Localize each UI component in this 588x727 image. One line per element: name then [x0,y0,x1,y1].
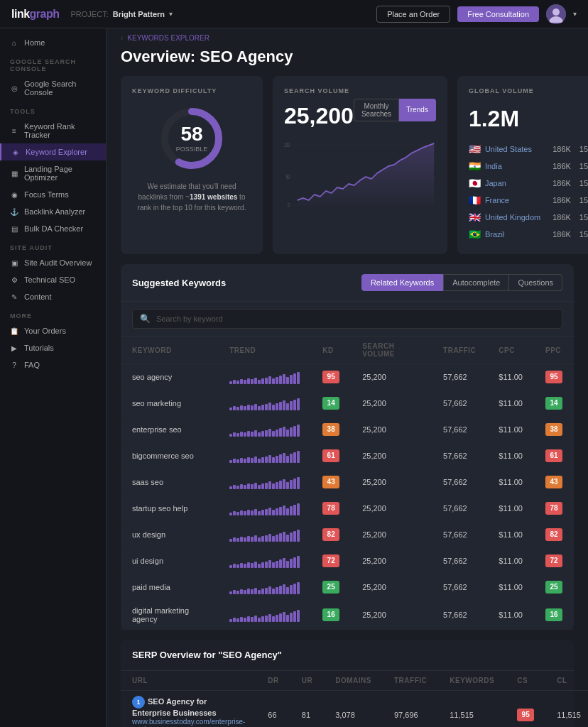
kw-tab-related-keywords[interactable]: Related Keywords [361,274,443,291]
breadcrumb-parent[interactable]: KEYWORDS EXPLORER [127,34,209,42]
keyword-row: ux design8225,20057,662$11.0082 [121,522,574,548]
sv-cell: 25,200 [351,364,432,390]
trend-bar [258,406,261,410]
bulk-da-icon: ▤ [10,224,18,233]
country-name[interactable]: Japan [485,179,548,187]
sidebar-item-orders[interactable]: 📋 Your Orders [0,322,106,339]
project-selector[interactable]: PROJECT: Bright Pattern ▾ [71,10,173,18]
project-chevron-icon[interactable]: ▾ [169,10,173,18]
gsc-icon: ◎ [10,84,18,92]
sidebar-item-backlink[interactable]: ⚓ Backlink Analyzer [0,203,106,220]
trend-bar [233,485,236,489]
trend-bar [293,479,296,489]
sidebar-item-bulk-da[interactable]: ▤ Bulk DA Checker [0,220,106,237]
keyword-cell[interactable]: ui design [121,548,218,574]
country-name[interactable]: India [485,162,548,170]
logo: linkgraph [11,8,60,21]
ppc-cell: 38 [534,417,574,443]
kw-tab-autocomplete[interactable]: Autocomplete [443,274,509,291]
keyword-search-input[interactable] [156,315,555,323]
trend-bar [279,402,282,410]
monthly-searches-button[interactable]: Monthly Searches [354,99,399,121]
app-body: ⌂ Home GOOGLE SEARCH CONSOLE ◎ Google Se… [0,28,588,727]
trend-bar [276,430,278,437]
sidebar-item-content[interactable]: ✎ Content [0,288,106,305]
trend-bar [236,407,239,410]
keyword-row: digital marketing agency1625,20057,662$1… [121,601,574,630]
country-name[interactable]: United States [485,145,548,153]
sidebar-item-focus-terms[interactable]: ◉ Focus Terms [0,186,106,203]
sidebar-item-keyword-explorer[interactable]: ◈ Keyword Explorer [0,143,106,160]
trend-bar [240,589,243,594]
trend-bar [229,565,232,568]
country-name[interactable]: United Kingdom [485,213,548,222]
serp-header-domains: DOMAINS [324,671,383,691]
ppc-badge: 14 [545,397,562,410]
trend-bar [265,562,268,568]
trend-cell [218,574,311,601]
donut-wrap: 58 POSSIBLE [156,103,227,174]
keyword-cell[interactable]: saas seo [121,469,218,496]
keyword-cell[interactable]: enterprise seo [121,417,218,443]
avatar-chevron-icon[interactable]: ▾ [573,10,577,18]
keyword-row: seo agency9525,20057,662$11.0095 [121,364,574,390]
kd-card-label: KEYWORD DIFFICULTY [132,87,251,94]
trend-bar [268,376,271,384]
trend-cell [218,548,311,574]
trend-bar [258,590,261,594]
traffic-cell: 57,662 [432,469,487,496]
trend-bar [290,559,293,568]
sidebar-item-faq[interactable]: ? FAQ [0,356,106,373]
trend-bar [229,434,232,437]
trend-bar [258,459,261,463]
trend-bar [293,373,296,384]
trend-bar [240,432,243,437]
search-volume-card: SEARCH VOLUME 25,200 Monthly Searches Tr… [273,76,447,254]
kd-cell: 72 [311,548,351,574]
trend-bar [286,430,289,437]
flag-icon: 🇺🇸 [469,143,481,155]
ppc-cell: 95 [534,364,574,390]
flag-icon: 🇧🇷 [469,229,481,240]
keyword-cell[interactable]: bigcommerce seo [121,443,218,469]
sidebar-item-landing-page[interactable]: ▦ Landing Page Optimizer [0,160,106,186]
country-name[interactable]: France [485,196,548,204]
keyword-cell[interactable]: digital marketing agency [121,601,218,630]
trend-bar [251,589,254,594]
trend-bar [290,427,293,437]
svg-text:100: 100 [284,141,290,148]
traffic-cell: 57,662 [432,496,487,522]
country-value: 186K [552,145,571,153]
serp-domains-cell: 3,078 [324,691,383,728]
sidebar-item-site-audit-overview[interactable]: ▣ Site Audit Overview [0,254,106,271]
trend-bar [229,381,232,384]
keyword-cell[interactable]: paid media [121,574,218,601]
place-order-button[interactable]: Place an Order [376,6,450,23]
keyword-cell[interactable]: startup seo help [121,496,218,522]
trend-bar [268,614,271,622]
trend-bar [293,452,296,463]
ppc-cell: 72 [534,548,574,574]
sidebar-item-technical-seo[interactable]: ⚙ Technical SEO [0,271,106,288]
trend-bar [265,616,268,622]
breadcrumb-chevron: ‹ [121,34,123,42]
country-name[interactable]: Brazil [485,230,548,239]
trend-bar [229,408,232,410]
ppc-badge: 38 [545,423,562,436]
sidebar-item-rank-tracker[interactable]: ≡ Keyword Rank Tracker [0,118,106,143]
avatar[interactable] [546,4,566,24]
ppc-badge: 72 [545,554,562,567]
free-consultation-button[interactable]: Free Consultation [457,6,539,22]
kw-tab-questions[interactable]: Questions [509,274,562,291]
keyword-cell[interactable]: ux design [121,522,218,548]
trends-button[interactable]: Trends [399,99,436,121]
trend-bar [236,459,239,463]
keyword-cell[interactable]: seo marketing [121,390,218,417]
keyword-cell[interactable]: seo agency [121,364,218,390]
trend-bar [247,457,250,463]
trend-bar [276,482,278,489]
serp-url-cell[interactable]: 1SEO Agency for Enterprise Businesses ww… [121,691,256,728]
sidebar-item-home[interactable]: ⌂ Home [0,34,106,51]
sidebar-item-tutorials[interactable]: ▶ Tutorials [0,339,106,356]
sidebar-item-gsc[interactable]: ◎ Google Search Console [0,75,106,101]
